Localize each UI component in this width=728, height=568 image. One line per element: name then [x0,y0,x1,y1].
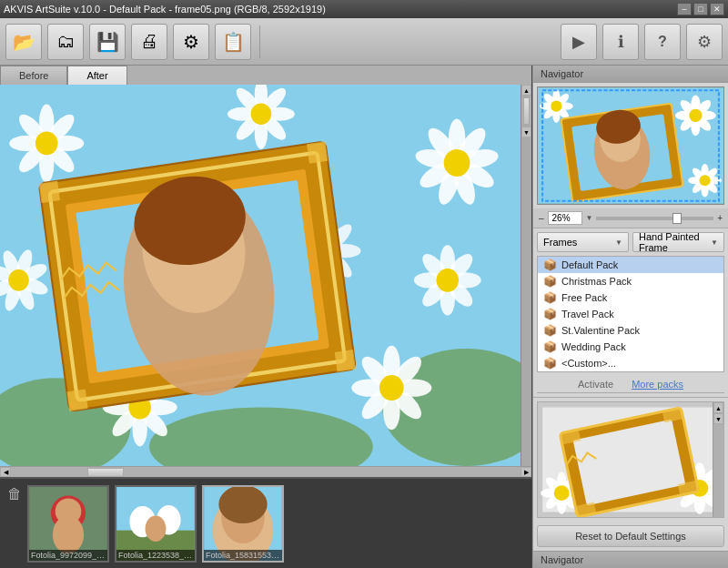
svg-rect-84 [39,181,60,203]
h-scroll-thumb[interactable] [87,468,124,477]
activate-link[interactable]: Activate [578,379,613,390]
style-dropdown[interactable]: Hand Painted Frame ▼ [632,232,724,252]
left-panel: Before After [0,66,532,568]
open-folder-button[interactable]: 🗂 [47,24,84,60]
print-button[interactable]: 🖨 [131,24,167,60]
scroll-left-arrow[interactable]: ◀ [0,467,11,477]
svg-point-96 [146,515,167,542]
thumb3-label: Fotolia_15831553_... [204,550,282,561]
pack-item-free[interactable]: 📦 Free Pack [538,289,723,306]
scroll-right-arrow[interactable]: ▶ [521,467,531,477]
canvas-area[interactable]: ▲ ▼ [0,85,531,466]
pack-icon-free: 📦 [543,291,557,304]
svg-point-67 [436,269,459,292]
pack-item-wedding[interactable]: 📦 Wedding Pack [538,339,723,355]
play-button[interactable]: ▶ [561,24,597,60]
zoom-plus-button[interactable]: + [717,213,723,223]
scroll-down-arrow[interactable]: ▼ [521,127,531,137]
svg-point-31 [251,103,272,125]
reset-button[interactable]: Reset to Default Settings [537,525,724,547]
tabs: Before After [0,66,531,85]
svg-point-12 [35,132,58,156]
canvas-vertical-scrollbar[interactable]: ▲ ▼ [521,85,531,466]
pack-icon-custom: 📦 [543,357,557,370]
navigator-preview[interactable] [537,86,724,205]
maximize-button[interactable]: □ [693,3,708,15]
pack-label-wedding: Wedding Pack [561,341,626,352]
tab-before[interactable]: Before [0,66,67,85]
zoom-bar: – 26% ▼ + [533,208,728,228]
batch-button[interactable]: 📋 [215,24,251,60]
daisy-svg [0,85,531,466]
delete-button[interactable]: 🗑 [7,486,22,502]
thumbnail-1[interactable]: Fotolia_9972099_S... [27,485,109,563]
zoom-minus-button[interactable]: – [539,213,544,223]
svg-point-91 [56,498,82,524]
canvas-background [0,85,531,466]
pack-item-christmas[interactable]: 📦 Christmas Pack [538,273,723,289]
scroll-up-small[interactable]: ▲ [713,402,723,413]
minimize-button[interactable]: – [677,3,692,15]
save-icon: 💾 [96,31,119,53]
scroll-track[interactable] [521,97,531,125]
print-icon: 🖨 [140,31,158,52]
pack-label-christmas: Christmas Pack [561,276,632,287]
toolbar-right: ▶ ℹ ? ⚙ [561,24,723,60]
help-button[interactable]: ? [644,24,681,60]
close-button[interactable]: ✕ [710,3,724,15]
pack-item-travel[interactable]: 📦 Travel Pack [538,306,723,322]
pack-label-default: Default Pack [561,259,618,270]
open-button[interactable]: 📂 [5,24,42,60]
zoom-thumb[interactable] [672,213,682,224]
bottom-navigator-label: Navigator [533,551,728,568]
titlebar: AKVIS ArtSuite v.10.0 - Default Pack - f… [0,0,728,18]
preferences-button[interactable]: ⚙ [686,24,723,60]
main-area: Before After [0,66,728,568]
navigator-header: Navigator [533,66,728,83]
frame-preview: ▲ ▼ [537,401,724,518]
scroll-thumb[interactable] [523,97,530,125]
thumbnail-3[interactable]: Fotolia_15831553_... [202,485,284,563]
h-scroll-track[interactable] [11,467,521,477]
help-icon: ? [658,34,667,50]
pack-item-valentine[interactable]: 📦 St.Valentine Pack [538,322,723,339]
info-button[interactable]: ℹ [602,24,639,60]
svg-point-49 [379,375,404,401]
thumbnail-2[interactable]: Fotolia_1223538_S... [115,485,197,563]
thumb2-label: Fotolia_1223538_S... [116,550,195,561]
title-text: AKVIS ArtSuite v.10.0 - Default Pack - f… [4,4,326,15]
tab-after[interactable]: After [67,66,126,85]
settings-button[interactable]: ⚙ [173,24,209,60]
svg-point-128 [699,175,710,186]
dropdown-arrow-zoom[interactable]: ▼ [586,214,593,222]
window-controls[interactable]: – □ ✕ [677,3,724,15]
zoom-input[interactable]: 26% [548,211,582,225]
svg-point-22 [444,149,470,177]
toolbar-separator [259,25,260,58]
more-packs-link[interactable]: More packs [632,379,683,390]
canvas-horizontal-scrollbar[interactable]: ◀ ▶ [0,466,531,477]
pack-item-custom[interactable]: 📦 <Custom>... [538,355,723,371]
scroll-up-arrow[interactable]: ▲ [521,85,531,96]
dropdown-row: Frames ▼ Hand Painted Frame ▼ [537,232,724,252]
svg-point-119 [689,109,702,122]
zoom-slider[interactable] [596,217,713,220]
frames-section: Frames ▼ Hand Painted Frame ▼ 📦 Default … [533,228,728,398]
pack-icon-default: 📦 [543,259,557,271]
svg-point-100 [218,487,267,523]
style-label: Hand Painted Frame [639,231,711,253]
svg-point-110 [551,101,561,112]
pack-icon-wedding: 📦 [543,340,557,353]
pack-item-default[interactable]: 📦 Default Pack [538,257,723,273]
frames-dropdown[interactable]: Frames ▼ [537,232,629,252]
frame-preview-scrollbar[interactable]: ▲ ▼ [713,402,723,517]
right-panel: Navigator [532,66,728,568]
pack-icon-christmas: 📦 [543,275,557,288]
frame-preview-image [538,402,723,517]
save-button[interactable]: 💾 [89,24,126,60]
pack-icon-travel: 📦 [543,308,557,320]
scroll-down-small[interactable]: ▼ [713,413,723,424]
info-icon: ℹ [618,32,624,52]
pack-list: 📦 Default Pack 📦 Christmas Pack 📦 Free P… [537,256,724,372]
frames-label: Frames [543,237,577,248]
